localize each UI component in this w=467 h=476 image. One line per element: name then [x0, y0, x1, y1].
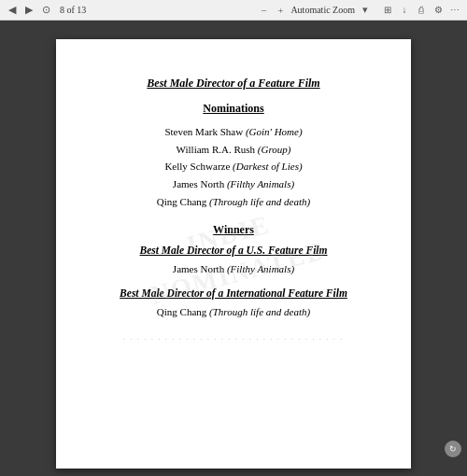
winners-heading: Winners	[103, 223, 364, 237]
print-icon[interactable]: ⎙	[415, 4, 428, 17]
settings-icon[interactable]: ⚙	[432, 4, 445, 17]
nominee-2-film: (Group)	[258, 144, 291, 155]
zoom-label[interactable]: Automatic Zoom	[290, 5, 355, 15]
zoom-minus-icon[interactable]: −	[257, 4, 270, 17]
zoom-dropdown-icon[interactable]: ▾	[359, 4, 372, 17]
winner-2-name: Qing Chang (Through life and death)	[103, 306, 364, 317]
download-icon[interactable]: ↓	[398, 4, 411, 17]
extra-icon[interactable]: ⊙	[39, 4, 52, 17]
toolbar-right-icons: ⊞ ↓ ⎙ ⚙ ⋯	[381, 4, 461, 17]
winner-1-film: (Filthy Animals)	[227, 263, 294, 274]
footer-dots: · · · · · · · · · · · · · · · · · · · · …	[103, 336, 364, 343]
forward-icon[interactable]: ▶	[22, 4, 35, 17]
page-counter: 8 of 13	[60, 5, 86, 15]
nominee-5: Qing Chang (Through life and death)	[103, 193, 364, 211]
zoom-plus-icon[interactable]: +	[274, 4, 287, 17]
grid-icon[interactable]: ⊞	[381, 4, 394, 17]
nominee-1-film: (Goin' Home)	[246, 126, 303, 137]
nominee-3-film: (Darkest of Lies)	[233, 161, 303, 172]
pdf-page: INDIENOMINATED Best Male Director of a F…	[56, 39, 411, 469]
toolbar: ◀ ▶ ⊙ 8 of 13 − + Automatic Zoom ▾ ⊞ ↓ ⎙…	[0, 0, 467, 21]
nominee-1: Steven Mark Shaw (Goin' Home)	[103, 123, 364, 141]
nav-icons: ◀ ▶ ⊙ 8 of 13	[6, 4, 86, 17]
nominee-4: James North (Filthy Animals)	[103, 175, 364, 193]
pdf-viewer: INDIENOMINATED Best Male Director of a F…	[0, 21, 467, 476]
nominee-3: Kelly Schwarze (Darkest of Lies)	[103, 158, 364, 175]
more-icon[interactable]: ⋯	[448, 4, 461, 17]
page-title: Best Male Director of a Feature Film	[103, 77, 364, 91]
nominations-heading: Nominations	[103, 102, 364, 116]
nominee-4-film: (Filthy Animals)	[227, 178, 294, 189]
scroll-button[interactable]: ↻	[445, 441, 461, 457]
winner-2-film: (Through life and death)	[209, 306, 310, 317]
sub-category-2-title: Best Male Director of a International Fe…	[103, 287, 364, 299]
nominee-5-film: (Through life and death)	[209, 196, 310, 207]
winner-1-name: James North (Filthy Animals)	[103, 263, 364, 274]
zoom-controls: − + Automatic Zoom ▾	[257, 4, 372, 17]
back-icon[interactable]: ◀	[6, 4, 19, 17]
sub-category-1-title: Best Male Director of a U.S. Feature Fil…	[103, 245, 364, 256]
nominee-2: William R.A. Rush (Group)	[103, 141, 364, 159]
